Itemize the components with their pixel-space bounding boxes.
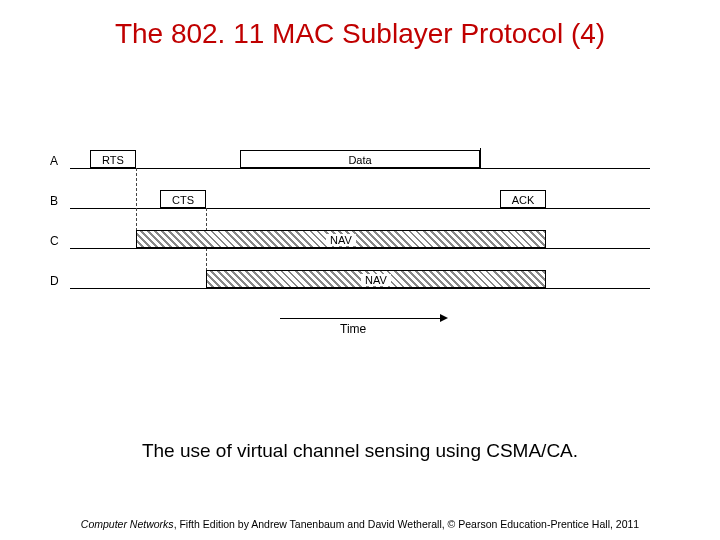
footer-book-title: Computer Networks (81, 518, 174, 530)
frame-nav-c: NAV (136, 230, 546, 248)
row-label-b: B (50, 194, 58, 208)
frame-nav-d: NAV (206, 270, 546, 288)
axis-b (70, 208, 650, 209)
page-title: The 802. 11 MAC Sublayer Protocol (4) (0, 0, 720, 50)
row-label-c: C (50, 234, 59, 248)
row-label-d: D (50, 274, 59, 288)
guide-rts-end (136, 168, 137, 236)
frame-ack: ACK (500, 190, 546, 208)
axis-c (70, 248, 650, 249)
frame-data: Data (240, 150, 480, 168)
nav-c-label: NAV (326, 234, 356, 246)
axis-d (70, 288, 650, 289)
nav-d-label: NAV (361, 274, 391, 286)
tick-data-end (480, 148, 481, 168)
time-arrow-line (280, 318, 440, 319)
timing-diagram: A RTS Data B CTS ACK C NAV D NAV Time (50, 150, 670, 350)
frame-cts: CTS (160, 190, 206, 208)
time-arrow-head-icon (440, 314, 448, 322)
figure-caption: The use of virtual channel sensing using… (0, 440, 720, 462)
time-axis-label: Time (340, 322, 366, 336)
footer-rest: , Fifth Edition by Andrew Tanenbaum and … (174, 518, 640, 530)
row-label-a: A (50, 154, 58, 168)
footer-credit: Computer Networks, Fifth Edition by Andr… (0, 518, 720, 530)
frame-rts: RTS (90, 150, 136, 168)
